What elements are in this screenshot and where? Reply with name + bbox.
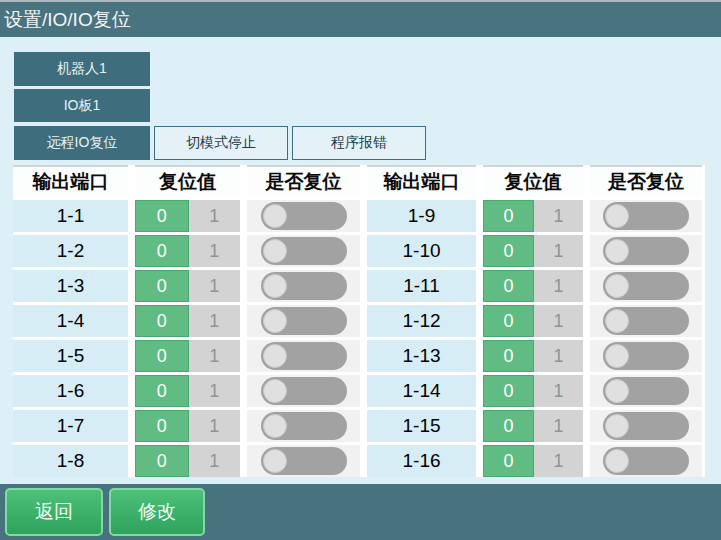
- reset-toggle[interactable]: [261, 202, 347, 230]
- reset-toggle-cell: [590, 410, 702, 442]
- port-label: 1-5: [13, 340, 128, 372]
- reset-toggle[interactable]: [261, 412, 347, 440]
- column-header: 复位值: [483, 165, 583, 197]
- tab-mode-switch-stop[interactable]: 切模式停止: [154, 126, 288, 160]
- reset-toggle[interactable]: [261, 377, 347, 405]
- reset-toggle-cell: [247, 375, 360, 407]
- reset-toggle[interactable]: [261, 447, 347, 475]
- toggle-knob: [605, 309, 629, 333]
- toggle-knob: [263, 449, 287, 473]
- toggle-knob: [263, 379, 287, 403]
- reset-toggle[interactable]: [261, 237, 347, 265]
- reset-value-selector: 01: [135, 410, 240, 442]
- toggle-knob: [263, 274, 287, 298]
- reset-toggle[interactable]: [603, 272, 689, 300]
- reset-value-option-1[interactable]: 1: [534, 340, 583, 372]
- reset-value-option-1[interactable]: 1: [534, 410, 583, 442]
- reset-toggle[interactable]: [603, 412, 689, 440]
- reset-value-option-0[interactable]: 0: [483, 305, 534, 337]
- reset-value-option-1[interactable]: 1: [189, 305, 241, 337]
- reset-toggle[interactable]: [261, 307, 347, 335]
- io-reset-table: 输出端口复位值是否复位输出端口复位值是否复位1-1011-9011-2011-1…: [13, 165, 705, 477]
- reset-value-selector: 01: [135, 340, 240, 372]
- toggle-knob: [263, 204, 287, 228]
- reset-value-selector: 01: [135, 235, 240, 267]
- modify-button[interactable]: 修改: [109, 488, 205, 536]
- column-header: 是否复位: [590, 165, 702, 197]
- reset-value-option-1[interactable]: 1: [189, 445, 241, 477]
- reset-toggle[interactable]: [261, 342, 347, 370]
- reset-toggle[interactable]: [261, 272, 347, 300]
- tab-program-error[interactable]: 程序报错: [292, 126, 426, 160]
- port-label: 1-15: [367, 410, 476, 442]
- reset-value-selector: 01: [483, 375, 583, 407]
- port-label: 1-3: [13, 270, 128, 302]
- reset-value-option-1[interactable]: 1: [534, 235, 583, 267]
- reset-value-option-0[interactable]: 0: [135, 445, 189, 477]
- reset-value-option-1[interactable]: 1: [534, 200, 583, 232]
- reset-toggle-cell: [247, 410, 360, 442]
- robot-select-button[interactable]: 机器人1: [14, 52, 150, 86]
- title-bar: 设置/IO/IO复位: [0, 2, 721, 37]
- reset-value-option-0[interactable]: 0: [135, 235, 189, 267]
- reset-toggle[interactable]: [603, 202, 689, 230]
- reset-value-option-0[interactable]: 0: [483, 410, 534, 442]
- reset-value-option-0[interactable]: 0: [483, 270, 534, 302]
- reset-value-option-0[interactable]: 0: [135, 340, 189, 372]
- toggle-knob: [605, 379, 629, 403]
- column-header: 复位值: [135, 165, 240, 197]
- column-header: 输出端口: [13, 165, 128, 197]
- reset-toggle-cell: [590, 445, 702, 477]
- back-button[interactable]: 返回: [5, 488, 103, 536]
- column-header: 是否复位: [247, 165, 360, 197]
- reset-value-option-0[interactable]: 0: [135, 305, 189, 337]
- reset-value-option-1[interactable]: 1: [534, 305, 583, 337]
- port-label: 1-6: [13, 375, 128, 407]
- reset-toggle[interactable]: [603, 307, 689, 335]
- io-board-select-button[interactable]: IO板1: [14, 89, 150, 122]
- reset-value-selector: 01: [135, 270, 240, 302]
- toggle-knob: [605, 449, 629, 473]
- reset-value-option-1[interactable]: 1: [189, 235, 241, 267]
- reset-value-option-1[interactable]: 1: [189, 200, 241, 232]
- reset-toggle-cell: [590, 200, 702, 232]
- reset-value-selector: 01: [483, 340, 583, 372]
- reset-toggle-cell: [247, 270, 360, 302]
- toggle-knob: [605, 414, 629, 438]
- reset-value-option-0[interactable]: 0: [135, 270, 189, 302]
- reset-value-option-0[interactable]: 0: [135, 200, 189, 232]
- reset-value-option-0[interactable]: 0: [135, 375, 189, 407]
- reset-value-option-0[interactable]: 0: [483, 445, 534, 477]
- reset-toggle[interactable]: [603, 237, 689, 265]
- reset-toggle-cell: [590, 270, 702, 302]
- reset-value-option-1[interactable]: 1: [189, 375, 241, 407]
- reset-toggle-cell: [247, 235, 360, 267]
- reset-toggle-cell: [247, 305, 360, 337]
- reset-value-option-1[interactable]: 1: [189, 410, 241, 442]
- reset-value-option-0[interactable]: 0: [483, 340, 534, 372]
- reset-value-option-1[interactable]: 1: [534, 445, 583, 477]
- port-label: 1-2: [13, 235, 128, 267]
- reset-value-option-0[interactable]: 0: [483, 235, 534, 267]
- reset-value-option-1[interactable]: 1: [189, 270, 241, 302]
- reset-value-selector: 01: [135, 305, 240, 337]
- toggle-knob: [605, 274, 629, 298]
- reset-value-option-0[interactable]: 0: [483, 200, 534, 232]
- reset-toggle[interactable]: [603, 377, 689, 405]
- reset-value-option-1[interactable]: 1: [534, 375, 583, 407]
- toggle-knob: [605, 239, 629, 263]
- reset-value-option-0[interactable]: 0: [483, 375, 534, 407]
- reset-value-selector: 01: [483, 410, 583, 442]
- tab-remote-io-reset[interactable]: 远程IO复位: [14, 126, 150, 160]
- reset-value-option-1[interactable]: 1: [534, 270, 583, 302]
- reset-toggle[interactable]: [603, 447, 689, 475]
- reset-value-option-0[interactable]: 0: [135, 410, 189, 442]
- io-reset-screen: 设置/IO/IO复位 机器人1 IO板1 远程IO复位 切模式停止 程序报错 输…: [0, 0, 721, 540]
- toggle-knob: [263, 309, 287, 333]
- port-label: 1-4: [13, 305, 128, 337]
- reset-value-option-1[interactable]: 1: [189, 340, 241, 372]
- reset-toggle[interactable]: [603, 342, 689, 370]
- reset-value-selector: 01: [483, 270, 583, 302]
- port-label: 1-8: [13, 445, 128, 477]
- port-label: 1-9: [367, 200, 476, 232]
